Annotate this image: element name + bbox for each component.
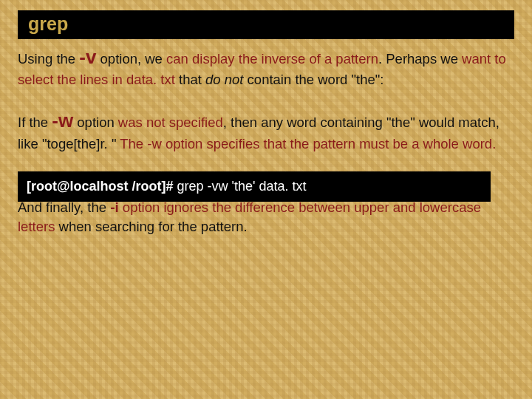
text: . Perhaps we	[378, 51, 462, 66]
accent-text: was not specified	[118, 115, 223, 130]
text: contain the word "the":	[243, 72, 383, 87]
text: when searching for the pattern.	[55, 219, 247, 234]
text: Using the	[18, 51, 79, 66]
option-i: -i	[110, 200, 119, 215]
terminal-block: [root@localhost /root]# grep -vw 'the' d…	[18, 171, 491, 202]
italic-text: do not	[205, 72, 243, 87]
terminal-prompt: [root@localhost /root]#	[27, 179, 174, 194]
option-w: -w	[52, 109, 73, 132]
text: option	[73, 115, 118, 130]
text: If the	[18, 115, 52, 130]
text: And finally, the	[18, 200, 110, 215]
paragraph-v-option: Using the -v option, we can display the …	[18, 44, 514, 89]
paragraph-w-option: If the -w option was not specified, then…	[18, 107, 514, 153]
page-title: grep	[28, 13, 68, 34]
option-v: -v	[79, 46, 96, 68]
terminal-command: grep -vw 'the' data. txt	[174, 179, 307, 194]
text: that	[175, 72, 205, 87]
accent-text: The -w option specifies that the pattern…	[120, 136, 496, 151]
text: option, we	[96, 51, 166, 66]
title-bar: grep	[18, 10, 514, 39]
paragraph-i-option: And finally, the -i option ignores the d…	[18, 196, 514, 238]
accent-text: can display the inverse of a pattern	[166, 51, 378, 66]
